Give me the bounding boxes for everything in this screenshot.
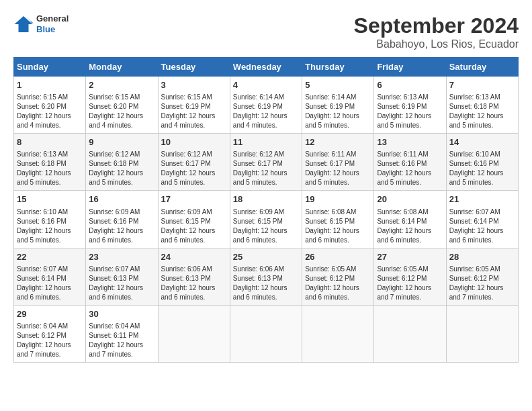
calendar-week-4: 22Sunrise: 6:07 AM Sunset: 6:14 PM Dayli… <box>14 248 519 305</box>
table-row: 22Sunrise: 6:07 AM Sunset: 6:14 PM Dayli… <box>14 248 86 305</box>
table-row: 19Sunrise: 6:08 AM Sunset: 6:15 PM Dayli… <box>302 191 374 248</box>
table-row: 4Sunrise: 6:14 AM Sunset: 6:19 PM Daylig… <box>230 77 302 134</box>
day-of-week-tuesday: Tuesday <box>158 58 230 77</box>
calendar-week-5: 29Sunrise: 6:04 AM Sunset: 6:12 PM Dayli… <box>14 305 519 362</box>
table-row: 1Sunrise: 6:15 AM Sunset: 6:20 PM Daylig… <box>14 77 86 134</box>
calendar-week-2: 8Sunrise: 6:13 AM Sunset: 6:18 PM Daylig… <box>14 134 519 191</box>
calendar-week-1: 1Sunrise: 6:15 AM Sunset: 6:20 PM Daylig… <box>14 77 519 134</box>
logo: General Blue <box>13 13 69 34</box>
table-row <box>230 305 302 362</box>
table-row <box>302 305 374 362</box>
table-row <box>374 305 446 362</box>
days-header-row: SundayMondayTuesdayWednesdayThursdayFrid… <box>14 58 519 77</box>
day-of-week-monday: Monday <box>86 58 158 77</box>
table-row: 6Sunrise: 6:13 AM Sunset: 6:19 PM Daylig… <box>374 77 446 134</box>
table-row: 10Sunrise: 6:12 AM Sunset: 6:17 PM Dayli… <box>158 134 230 191</box>
table-row: 3Sunrise: 6:15 AM Sunset: 6:19 PM Daylig… <box>158 77 230 134</box>
table-row: 13Sunrise: 6:11 AM Sunset: 6:16 PM Dayli… <box>374 134 446 191</box>
table-row: 12Sunrise: 6:11 AM Sunset: 6:17 PM Dayli… <box>302 134 374 191</box>
table-row: 18Sunrise: 6:09 AM Sunset: 6:15 PM Dayli… <box>230 191 302 248</box>
table-row: 30Sunrise: 6:04 AM Sunset: 6:11 PM Dayli… <box>86 305 158 362</box>
table-row <box>158 305 230 362</box>
day-of-week-sunday: Sunday <box>14 58 86 77</box>
title-area: September 2024 Babahoyo, Los Rios, Ecuad… <box>354 13 519 50</box>
table-row: 28Sunrise: 6:05 AM Sunset: 6:12 PM Dayli… <box>446 248 518 305</box>
logo-line1: General <box>36 13 69 24</box>
table-row: 7Sunrise: 6:13 AM Sunset: 6:18 PM Daylig… <box>446 77 518 134</box>
table-row: 21Sunrise: 6:07 AM Sunset: 6:14 PM Dayli… <box>446 191 518 248</box>
page-subtitle: Babahoyo, Los Rios, Ecuador <box>354 38 519 50</box>
calendar-week-3: 15Sunrise: 6:10 AM Sunset: 6:16 PM Dayli… <box>14 191 519 248</box>
table-row: 20Sunrise: 6:08 AM Sunset: 6:14 PM Dayli… <box>374 191 446 248</box>
table-row: 25Sunrise: 6:06 AM Sunset: 6:13 PM Dayli… <box>230 248 302 305</box>
logo-text: General Blue <box>36 13 69 34</box>
table-row: 29Sunrise: 6:04 AM Sunset: 6:12 PM Dayli… <box>14 305 86 362</box>
table-row: 26Sunrise: 6:05 AM Sunset: 6:12 PM Dayli… <box>302 248 374 305</box>
table-row: 5Sunrise: 6:14 AM Sunset: 6:19 PM Daylig… <box>302 77 374 134</box>
day-of-week-thursday: Thursday <box>302 58 374 77</box>
calendar-table: SundayMondayTuesdayWednesdayThursdayFrid… <box>13 57 519 363</box>
header: General Blue September 2024 Babahoyo, Lo… <box>13 13 519 50</box>
table-row: 14Sunrise: 6:10 AM Sunset: 6:16 PM Dayli… <box>446 134 518 191</box>
table-row: 23Sunrise: 6:07 AM Sunset: 6:13 PM Dayli… <box>86 248 158 305</box>
day-of-week-saturday: Saturday <box>446 58 518 77</box>
table-row: 15Sunrise: 6:10 AM Sunset: 6:16 PM Dayli… <box>14 191 86 248</box>
logo-line2: Blue <box>36 24 69 35</box>
day-of-week-wednesday: Wednesday <box>230 58 302 77</box>
table-row: 17Sunrise: 6:09 AM Sunset: 6:15 PM Dayli… <box>158 191 230 248</box>
day-of-week-friday: Friday <box>374 58 446 77</box>
table-row: 2Sunrise: 6:15 AM Sunset: 6:20 PM Daylig… <box>86 77 158 134</box>
table-row: 9Sunrise: 6:12 AM Sunset: 6:18 PM Daylig… <box>86 134 158 191</box>
table-row: 8Sunrise: 6:13 AM Sunset: 6:18 PM Daylig… <box>14 134 86 191</box>
table-row: 24Sunrise: 6:06 AM Sunset: 6:13 PM Dayli… <box>158 248 230 305</box>
svg-marker-0 <box>15 16 33 32</box>
logo-icon <box>13 15 34 34</box>
table-row: 11Sunrise: 6:12 AM Sunset: 6:17 PM Dayli… <box>230 134 302 191</box>
table-row <box>446 305 518 362</box>
table-row: 16Sunrise: 6:09 AM Sunset: 6:16 PM Dayli… <box>86 191 158 248</box>
table-row: 27Sunrise: 6:05 AM Sunset: 6:12 PM Dayli… <box>374 248 446 305</box>
page-title: September 2024 <box>354 13 519 38</box>
